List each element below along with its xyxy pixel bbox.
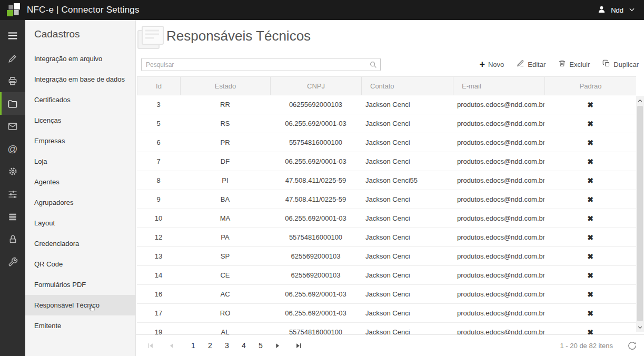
scroll-up-icon[interactable] — [636, 96, 644, 105]
at-icon[interactable]: @ — [0, 137, 25, 160]
gear-icon[interactable] — [0, 160, 25, 183]
sidebar-item[interactable]: Empresas — [25, 131, 135, 151]
table-row[interactable]: 19AL55754816000100Jackson Cenciprodutos.… — [137, 323, 636, 334]
sidebar-item[interactable]: QR Code — [25, 254, 135, 274]
table-cell: produtos.edocs@ndd.com.br... — [453, 171, 544, 190]
page-number[interactable]: 2 — [205, 340, 215, 351]
duplicar-button[interactable]: Duplicar — [602, 60, 639, 69]
mail-icon[interactable] — [0, 115, 25, 137]
table-cell: produtos.edocs@ndd.com.br — [453, 152, 544, 171]
table-cell: BA — [180, 190, 270, 209]
table-cell: 47.508.411/0225-59 — [270, 171, 361, 190]
first-page-button[interactable] — [143, 339, 157, 352]
padrao-cross-icon: ✖ — [544, 152, 636, 171]
scrollbar-thumb[interactable] — [637, 106, 643, 321]
table-row[interactable]: 10MA06.255.692/0001-03Jackson Cenciprodu… — [137, 209, 636, 228]
column-header[interactable]: CNPJ — [271, 77, 362, 95]
sidebar-item-label: Certificados — [34, 96, 71, 104]
excluir-button[interactable]: Excluir — [558, 60, 590, 69]
table-cell: produtos.edocs@ndd.com.br — [453, 228, 544, 246]
table-row[interactable]: 5RS06.255.692/0001-03Jackson Cenciprodut… — [137, 114, 636, 133]
edit-icon — [517, 60, 524, 69]
table-cell: 17 — [137, 304, 180, 322]
editar-button[interactable]: Editar — [517, 60, 546, 69]
table-cell: Jackson Cenci — [361, 114, 453, 133]
table-row[interactable]: 9BA47.508.411/0225-59Jackson Cenciprodut… — [137, 190, 636, 209]
scroll-down-icon[interactable] — [636, 323, 644, 331]
table-row[interactable]: 8PI47.508.411/0225-59Jackson Cenci55prod… — [137, 171, 636, 190]
sliders-icon[interactable] — [0, 183, 25, 205]
table-row[interactable]: 3RR06255692000103Jackson Cenciprodutos.e… — [137, 95, 636, 114]
table-cell: produtos.edocs@ndd.com.br — [453, 133, 544, 152]
plus-icon: + — [479, 61, 485, 68]
table-cell: 55754816000100 — [270, 323, 361, 334]
sidebar-item-label: Agrupadores — [34, 199, 73, 206]
table-cell: 6255692000103 — [270, 266, 361, 284]
printer-icon[interactable] — [0, 70, 25, 92]
page-number[interactable]: 3 — [222, 340, 232, 351]
page-number[interactable]: 1 — [189, 340, 198, 351]
table-cell: 12 — [137, 228, 180, 246]
table-cell: produtos.edocs@ndd.com.br — [453, 266, 544, 284]
table-cell: 6255692000103 — [270, 247, 361, 265]
table-cell: MA — [180, 209, 270, 228]
sidebar-item[interactable]: Agrupadores — [25, 192, 135, 213]
refresh-icon[interactable] — [628, 341, 637, 350]
table-row[interactable]: 16AC06.255.692/0001-03Jackson Cenciprodu… — [137, 285, 636, 304]
padrao-cross-icon: ✖ — [544, 190, 636, 209]
sidebar-item[interactable]: Credenciadora — [25, 233, 135, 254]
table-cell: 06.255.692/0001-03 — [270, 285, 361, 303]
layers-icon[interactable] — [0, 205, 25, 228]
sidebar-item[interactable]: Responsável Técnico — [25, 295, 135, 315]
last-page-button[interactable] — [292, 339, 305, 352]
copy-icon — [602, 60, 610, 69]
ndd-logo-icon — [7, 3, 21, 17]
table-cell: Jackson Cenci — [361, 247, 453, 265]
table-cell: 06.255.692/0001-03 — [270, 152, 361, 171]
sidebar-item[interactable]: Loja — [25, 151, 135, 172]
prev-page-button[interactable] — [164, 339, 178, 352]
lock-icon[interactable] — [0, 228, 25, 251]
search-icon[interactable] — [369, 61, 378, 71]
padrao-cross-icon: ✖ — [544, 247, 636, 265]
excluir-label: Excluir — [569, 61, 590, 68]
sidebar-item[interactable]: Emitente — [25, 315, 135, 336]
column-header[interactable]: Estado — [181, 77, 271, 95]
table-cell: Jackson Cenci — [361, 304, 453, 322]
sidebar-item-label: Emitente — [34, 322, 61, 330]
table-row[interactable]: 7DF06.255.692/0001-03Jackson Cenciprodut… — [137, 152, 636, 171]
wrench-icon[interactable] — [0, 251, 25, 273]
sidebar-item[interactable]: Agentes — [25, 172, 135, 192]
table-cell: 47.508.411/0225-59 — [270, 190, 361, 209]
sidebar-item[interactable]: Integração em base de dados — [25, 69, 135, 90]
table-row[interactable]: 12PA55754816000100Jackson Cenciprodutos.… — [137, 228, 636, 247]
table-row[interactable]: 6PR55754816000100Jackson Cenciprodutos.e… — [137, 133, 636, 152]
sidebar-item[interactable]: Certificados — [25, 90, 135, 110]
column-header[interactable]: Padrao — [545, 77, 636, 95]
table-cell: produtos.edocs@ndd.com.br — [453, 285, 544, 303]
page-number[interactable]: 5 — [256, 340, 265, 351]
page-number[interactable]: 4 — [239, 340, 249, 351]
sidebar-item[interactable]: Layout — [25, 213, 135, 233]
table-row[interactable]: 14CE6255692000103Jackson Cenciprodutos.e… — [137, 266, 636, 285]
table-cell: Jackson Cenci — [361, 152, 453, 171]
table-scrollbar[interactable] — [636, 96, 644, 332]
table-cell: 19 — [137, 323, 180, 334]
column-header[interactable]: Id — [137, 77, 181, 95]
sidebar-item[interactable]: Integração em arquivo — [25, 48, 135, 69]
table-cell: produtos.edocs@ndd.com.br — [453, 323, 544, 334]
folder-icon[interactable] — [0, 92, 25, 115]
table-row[interactable]: 13SP6255692000103Jackson Cenciprodutos.e… — [137, 247, 636, 266]
user-menu[interactable]: Ndd — [597, 0, 636, 20]
column-header[interactable]: E-mail — [453, 77, 545, 95]
table-cell: Jackson Cenci — [361, 133, 453, 152]
next-page-button[interactable] — [271, 339, 284, 352]
novo-button[interactable]: + Novo — [479, 60, 504, 69]
column-header[interactable]: Contato — [362, 77, 453, 95]
search-input[interactable] — [142, 58, 380, 71]
sidebar-item[interactable]: Formulários PDF — [25, 274, 135, 295]
table-row[interactable]: 17RO06.255.692/0001-03Jackson Cenciprodu… — [137, 304, 636, 323]
menu-icon[interactable] — [0, 24, 25, 47]
sidebar-item[interactable]: Licenças — [25, 110, 135, 131]
tools-icon[interactable] — [0, 47, 25, 70]
